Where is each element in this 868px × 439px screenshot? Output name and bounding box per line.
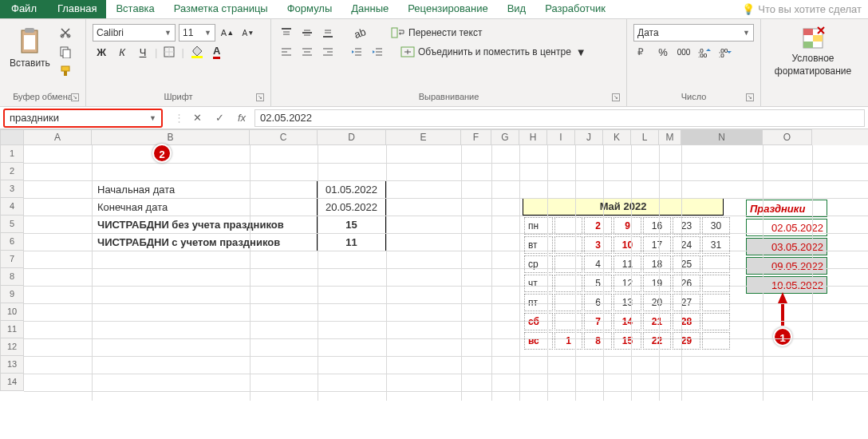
row-header-13[interactable]: 13 — [0, 356, 24, 374]
tell-me[interactable]: 💡 Что вы хотите сделат — [736, 0, 868, 18]
cal-day: 20 — [643, 294, 671, 311]
holidays-range[interactable]: Праздники 02.05.202203.05.202209.05.2022… — [744, 198, 829, 295]
alignment-dialog-launcher[interactable]: ↘ — [612, 93, 620, 101]
merge-button[interactable]: Объединить и поместить в центре▼ — [400, 43, 586, 61]
borders-button[interactable] — [160, 43, 178, 61]
paste-button[interactable]: Вставить — [6, 24, 53, 72]
cal-day: 16 — [643, 217, 671, 235]
bucket-icon — [190, 45, 203, 58]
fx-button[interactable]: fx — [232, 110, 251, 126]
copy-icon — [59, 45, 72, 58]
tab-file[interactable]: Файл — [0, 0, 48, 18]
align-left-button[interactable] — [278, 43, 295, 61]
svg-rect-1 — [25, 28, 34, 33]
format-painter-button[interactable] — [57, 62, 74, 80]
font-family-combo[interactable]: Calibri▼ — [93, 24, 176, 42]
col-header-B[interactable]: B — [92, 129, 250, 145]
tab-formulas[interactable]: Формулы — [278, 0, 342, 18]
cal-day — [702, 313, 730, 330]
col-header-L[interactable]: L — [631, 129, 659, 145]
orientation-button[interactable]: ab — [351, 24, 369, 42]
cal-day: 22 — [643, 332, 671, 350]
col-header-A[interactable]: A — [24, 129, 92, 145]
col-header-H[interactable]: H — [519, 129, 547, 145]
row-header-9[interactable]: 9 — [0, 286, 24, 303]
align-right-button[interactable] — [319, 43, 337, 61]
col-header-J[interactable]: J — [575, 129, 603, 145]
font-dialog-launcher[interactable]: ↘ — [256, 93, 264, 101]
copy-button[interactable] — [57, 43, 74, 61]
col-header-M[interactable]: M — [659, 129, 681, 145]
decrease-decimal-button[interactable]: ,00,0 — [716, 43, 734, 61]
col-header-G[interactable]: G — [491, 129, 519, 145]
tab-page-layout[interactable]: Разметка страницы — [164, 0, 278, 18]
cal-day: 19 — [643, 275, 671, 292]
align-bottom-button[interactable] — [319, 24, 337, 42]
row-header-11[interactable]: 11 — [0, 321, 24, 338]
enter-formula-button[interactable]: ✓ — [210, 110, 229, 126]
info-label: Конечная дата — [93, 199, 318, 216]
holiday-cell[interactable]: 10.05.2022 — [746, 276, 827, 294]
underline-button[interactable]: Ч — [134, 43, 152, 61]
increase-decimal-button[interactable]: ,0,00 — [696, 43, 713, 61]
tab-home[interactable]: Главная — [48, 0, 106, 18]
tab-developer[interactable]: Разработчик — [535, 0, 615, 18]
percent-button[interactable]: % — [654, 43, 672, 61]
holiday-cell[interactable]: 09.05.2022 — [746, 257, 827, 275]
row-header-10[interactable]: 10 — [0, 303, 24, 321]
cal-day: 5 — [584, 275, 612, 292]
cal-day: 4 — [584, 255, 612, 273]
tab-review[interactable]: Рецензирование — [398, 0, 497, 18]
row-header-14[interactable]: 14 — [0, 374, 24, 391]
accounting-format-button[interactable]: ₽ — [633, 43, 651, 61]
cancel-formula-button[interactable]: ✕ — [187, 110, 207, 126]
increase-indent-button[interactable] — [369, 43, 386, 61]
info-value: 11 — [318, 234, 386, 251]
col-header-O[interactable]: O — [763, 129, 812, 145]
align-center-button[interactable] — [298, 43, 316, 61]
decrease-indent-button[interactable] — [348, 43, 365, 61]
col-header-F[interactable]: F — [461, 129, 491, 145]
number-format-combo[interactable]: Дата▼ — [633, 24, 754, 42]
name-box[interactable]: праздники ▼ — [3, 109, 163, 128]
col-header-I[interactable]: I — [547, 129, 575, 145]
select-all-corner[interactable] — [0, 129, 24, 145]
row-header-4[interactable]: 4 — [0, 198, 24, 216]
row-header-12[interactable]: 12 — [0, 338, 24, 356]
formula-input[interactable]: 02.05.2022 — [254, 109, 865, 127]
decrease-font-button[interactable]: A▼ — [239, 24, 257, 42]
align-top-button[interactable] — [278, 24, 295, 42]
group-clipboard-label: Буфер обмена↘ — [6, 90, 79, 103]
col-header-E[interactable]: E — [386, 129, 461, 145]
font-color-button[interactable]: А — [208, 43, 226, 61]
row-header-8[interactable]: 8 — [0, 268, 24, 286]
bold-button[interactable]: Ж — [93, 43, 110, 61]
row-header-6[interactable]: 6 — [0, 233, 24, 251]
col-header-N[interactable]: N — [681, 129, 763, 145]
increase-font-button[interactable]: A▲ — [219, 24, 236, 42]
wrap-text-button[interactable]: Перенести текст — [391, 24, 482, 42]
row-header-7[interactable]: 7 — [0, 251, 24, 268]
holiday-cell[interactable]: 03.05.2022 — [746, 238, 827, 255]
tab-data[interactable]: Данные — [341, 0, 398, 18]
italic-button[interactable]: К — [113, 43, 131, 61]
tab-view[interactable]: Вид — [498, 0, 536, 18]
clipboard-dialog-launcher[interactable]: ↘ — [71, 93, 79, 101]
font-size-combo[interactable]: 11▼ — [179, 24, 215, 42]
comma-button[interactable]: 000 — [675, 43, 692, 61]
row-header-1[interactable]: 1 — [0, 145, 24, 163]
align-middle-button[interactable] — [298, 24, 316, 42]
tab-insert[interactable]: Вставка — [106, 0, 164, 18]
number-dialog-launcher[interactable]: ↘ — [746, 93, 754, 101]
col-header-D[interactable]: D — [318, 129, 386, 145]
cut-button[interactable] — [57, 24, 74, 42]
row-header-3[interactable]: 3 — [0, 180, 24, 198]
col-header-K[interactable]: K — [603, 129, 631, 145]
row-header-5[interactable]: 5 — [0, 216, 24, 233]
worksheet-grid[interactable]: ABCDEFGHIJKLMNO 1234567891011121314 Нача… — [0, 129, 868, 401]
cal-day: 7 — [584, 313, 612, 330]
row-header-2[interactable]: 2 — [0, 163, 24, 180]
conditional-formatting-button[interactable]: Условное форматирование — [767, 22, 858, 80]
fill-color-button[interactable] — [187, 43, 205, 61]
col-header-C[interactable]: C — [250, 129, 318, 145]
